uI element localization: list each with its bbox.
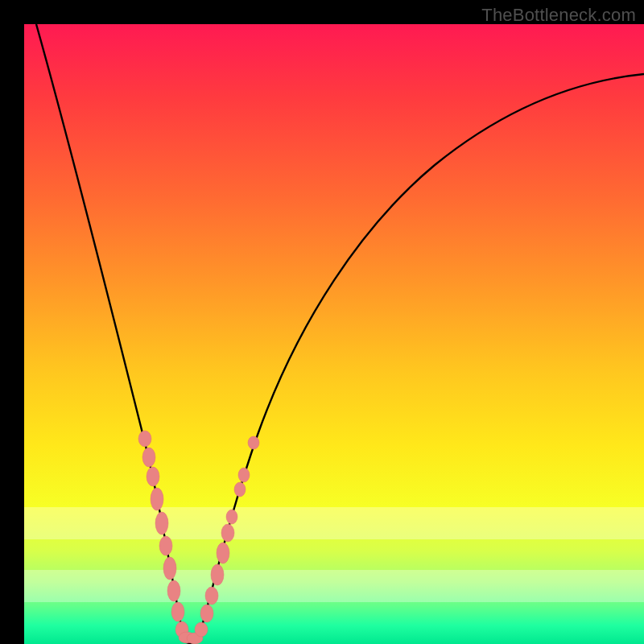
data-point — [171, 602, 184, 621]
data-point — [211, 564, 224, 585]
data-point — [226, 510, 237, 524]
data-point — [151, 488, 163, 510]
data-point — [248, 436, 259, 449]
curve-layer — [24, 24, 644, 644]
data-point — [205, 587, 218, 605]
data-point — [163, 557, 176, 580]
data-point — [217, 543, 229, 564]
watermark-text: TheBottleneck.com — [481, 5, 636, 26]
plot-area — [24, 24, 644, 644]
data-point — [234, 482, 246, 497]
data-point — [155, 512, 168, 535]
data-point — [167, 580, 180, 601]
data-point — [147, 467, 159, 486]
data-point — [159, 536, 172, 555]
data-point — [195, 622, 208, 637]
data-point — [138, 431, 151, 447]
data-points-group — [138, 431, 259, 644]
data-point — [142, 448, 155, 467]
bottleneck-curve — [36, 24, 644, 643]
data-point — [200, 605, 213, 622]
data-point — [221, 524, 234, 542]
data-point — [238, 468, 250, 482]
chart-frame: TheBottleneck.com — [0, 0, 644, 644]
